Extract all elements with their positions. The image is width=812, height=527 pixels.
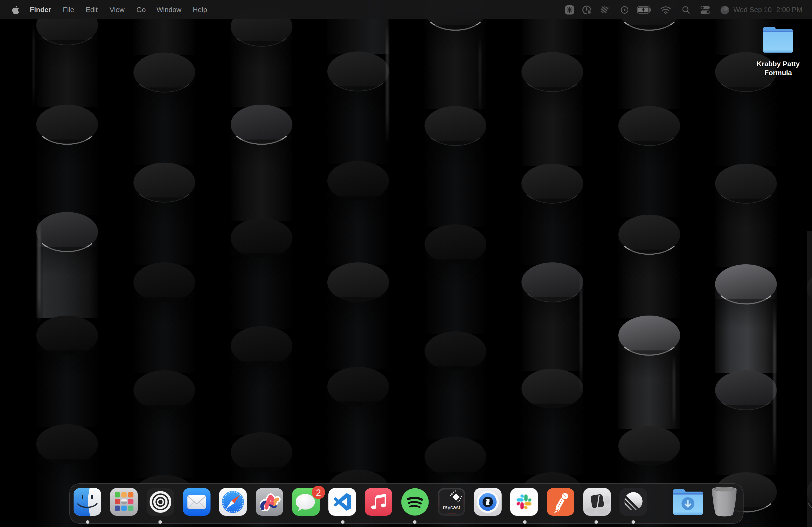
svg-text:2: 2 [316, 487, 321, 497]
svg-text:raycast: raycast [443, 505, 460, 510]
